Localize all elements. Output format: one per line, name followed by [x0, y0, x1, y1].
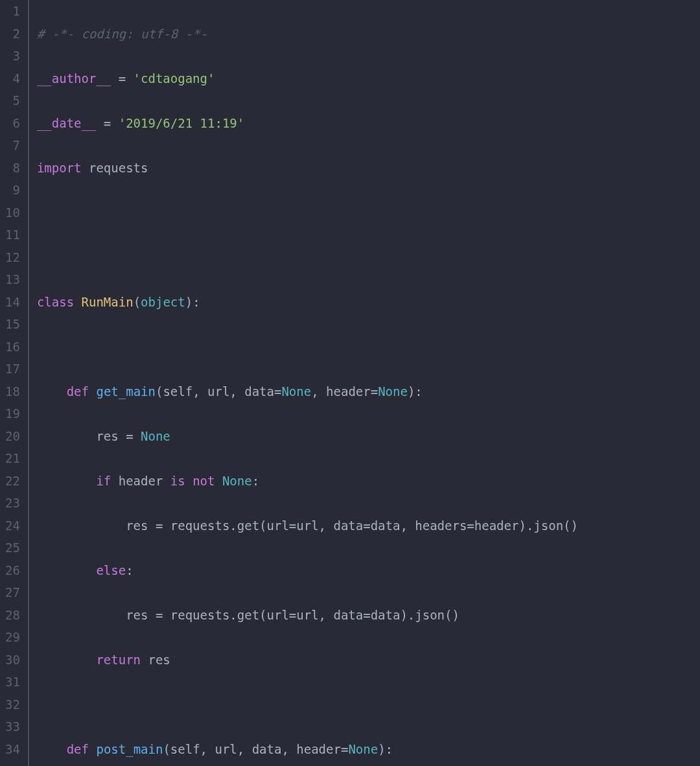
line-number: 13: [5, 268, 20, 291]
params: , header=: [311, 384, 378, 399]
indent: [37, 474, 97, 488]
line-number: 17: [5, 358, 20, 380]
op-eq: =: [111, 71, 133, 86]
kw-isnot: is not: [170, 474, 215, 488]
paren: (: [134, 295, 141, 309]
string-literal: 'cdtaogang': [134, 71, 215, 86]
indent: [37, 608, 126, 622]
kw-def: def: [67, 384, 89, 399]
stmt: res = requests.get(url=url, data=data, h…: [126, 518, 578, 533]
line-number: 4: [5, 67, 20, 90]
code-line[interactable]: import requests: [37, 157, 700, 180]
code-line[interactable]: __author__ = 'cdtaogang': [37, 67, 700, 90]
line-number: 25: [5, 537, 20, 559]
none-const: None: [378, 384, 408, 399]
line-number: 28: [5, 604, 20, 627]
line-number: 27: [5, 581, 20, 604]
op-eq: =: [96, 116, 118, 130]
kw-import: import: [37, 161, 82, 175]
code-line[interactable]: def get_main(self, url, data=None, heade…: [37, 380, 700, 403]
indent: [37, 563, 97, 577]
code-editor-area[interactable]: # -*- coding: utf-8 -*- __author__ = 'cd…: [29, 0, 700, 766]
dunder-var: __author__: [37, 71, 111, 86]
none-const: None: [141, 429, 170, 443]
code-line[interactable]: return res: [37, 649, 700, 671]
kw-return: return: [96, 653, 141, 667]
line-number: 30: [5, 649, 20, 671]
line-number: 18: [5, 380, 20, 403]
expr: header: [111, 474, 170, 488]
indent: [37, 518, 126, 533]
func-name: get_main: [96, 384, 156, 399]
kw-def: def: [67, 742, 89, 756]
code-line[interactable]: if header is not None:: [37, 470, 700, 493]
line-number: 10: [5, 202, 20, 224]
line-number: 33: [5, 715, 20, 738]
code-line[interactable]: def post_main(self, url, data, header=No…: [37, 738, 700, 761]
line-number: 11: [5, 224, 20, 246]
line-number: 24: [5, 515, 20, 537]
colon: :: [126, 563, 133, 577]
code-line[interactable]: # -*- coding: utf-8 -*-: [37, 23, 700, 45]
line-number: 16: [5, 336, 20, 358]
space: [215, 474, 222, 488]
code-line[interactable]: res = requests.get(url=url, data=data, h…: [37, 515, 700, 537]
line-number: 32: [5, 693, 20, 716]
builtin-object: object: [141, 295, 185, 309]
line-number: 7: [5, 134, 20, 157]
class-name: RunMain: [82, 295, 134, 309]
line-number: 23: [5, 492, 20, 515]
none-const: None: [281, 384, 311, 399]
assign: res =: [96, 429, 141, 443]
line-number: 5: [5, 89, 20, 112]
paren-colon: ):: [185, 295, 200, 309]
code-line[interactable]: [37, 336, 700, 358]
module-name: requests: [82, 161, 148, 175]
none-const: None: [348, 742, 378, 756]
kw-else: else: [96, 563, 126, 577]
line-number: 9: [5, 179, 20, 202]
space: [89, 742, 96, 756]
space: [74, 295, 81, 309]
code-line[interactable]: res = None: [37, 425, 700, 448]
line-number: 8: [5, 157, 20, 180]
kw-if: if: [96, 474, 111, 488]
params: (self, url, data, header=: [163, 742, 348, 756]
indent: [37, 384, 67, 399]
line-number: 15: [5, 313, 20, 336]
code-line[interactable]: class RunMain(object):: [37, 291, 700, 314]
code-line[interactable]: [37, 202, 700, 224]
dunder-var: __date__: [37, 116, 97, 130]
string-literal: '2019/6/21 11:19': [119, 116, 244, 130]
line-number-gutter: 1234567891011121314151617181920212223242…: [0, 0, 28, 766]
code-line[interactable]: else:: [37, 559, 700, 582]
indent: [37, 653, 97, 667]
code-line[interactable]: res = requests.get(url=url, data=data).j…: [37, 604, 700, 627]
line-number: 29: [5, 626, 20, 649]
line-number: 19: [5, 402, 20, 425]
code-line[interactable]: [37, 246, 700, 269]
line-number: 22: [5, 470, 20, 493]
colon: :: [252, 474, 259, 488]
line-number: 2: [5, 23, 20, 45]
line-number: 34: [5, 738, 20, 761]
func-name: post_main: [96, 742, 163, 756]
line-number: 12: [5, 246, 20, 269]
none-const: None: [222, 474, 252, 488]
line-number: 3: [5, 45, 20, 67]
code-line[interactable]: [37, 693, 700, 716]
paren-colon: ):: [378, 742, 393, 756]
comment-text: # -*- coding: utf-8 -*-: [37, 27, 207, 41]
space: [89, 384, 96, 399]
kw-class: class: [37, 295, 74, 309]
indent: [37, 742, 67, 756]
code-line[interactable]: __date__ = '2019/6/21 11:19': [37, 112, 700, 135]
line-number: 31: [5, 671, 20, 693]
indent: [37, 429, 97, 443]
line-number: 26: [5, 559, 20, 582]
params: (self, url, data=: [156, 384, 281, 399]
line-number: 21: [5, 447, 20, 470]
line-number: 14: [5, 291, 20, 314]
line-number: 20: [5, 425, 20, 448]
paren-colon: ):: [408, 384, 423, 399]
